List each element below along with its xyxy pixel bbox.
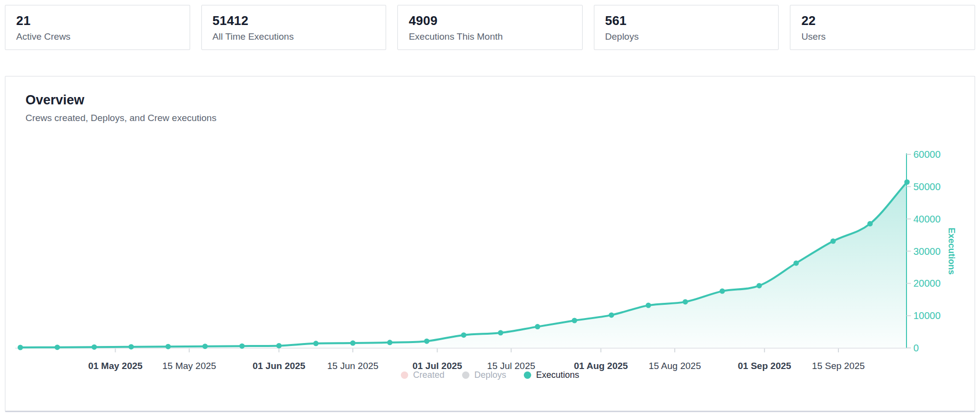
- y-tick-label: 60000: [913, 149, 941, 160]
- data-point: [793, 260, 799, 266]
- legend-label: Deploys: [474, 370, 506, 380]
- x-tick-label: 01 Jun 2025: [252, 361, 305, 371]
- data-point: [831, 239, 836, 244]
- stat-value: 22: [801, 14, 975, 27]
- data-point: [128, 344, 134, 349]
- stat-label: Deploys: [605, 31, 779, 42]
- y-tick-label: 40000: [913, 214, 941, 224]
- y-axis-title: Executions: [947, 227, 956, 274]
- x-tick-label: 01 Aug 2025: [574, 361, 628, 371]
- data-point: [276, 343, 282, 348]
- stat-value: 51412: [213, 14, 386, 27]
- data-point: [387, 340, 392, 345]
- overview-panel: Overview Crews created, Deploys, and Cre…: [5, 76, 975, 412]
- deploys-series-swatch-icon: [462, 371, 469, 379]
- data-point: [350, 341, 356, 346]
- data-point: [609, 312, 614, 318]
- data-point: [535, 324, 540, 329]
- stat-card-users: 22 Users: [790, 5, 975, 50]
- data-point: [202, 344, 208, 349]
- x-tick-label: 01 Jul 2025: [413, 361, 463, 371]
- data-point: [905, 179, 910, 185]
- executions-area: [21, 182, 907, 348]
- data-point: [239, 344, 245, 349]
- data-point: [572, 318, 577, 323]
- y-tick-label: 20000: [913, 278, 941, 289]
- data-point: [683, 299, 688, 304]
- x-tick-label: 01 May 2025: [88, 361, 143, 371]
- stat-value: 4909: [409, 14, 582, 27]
- data-point: [498, 330, 503, 336]
- y-tick-label: 30000: [913, 246, 941, 257]
- stat-label: All Time Executions: [213, 31, 386, 42]
- stats-row: 21 Active Crews 51412 All Time Execution…: [0, 0, 980, 50]
- x-tick-label: 15 Jun 2025: [327, 361, 379, 371]
- data-point: [54, 345, 60, 350]
- stat-value: 561: [605, 14, 779, 27]
- stat-label: Executions This Month: [409, 31, 582, 42]
- x-tick-label: 15 Jul 2025: [487, 361, 535, 371]
- created-series-swatch-icon: [401, 371, 408, 379]
- stat-card-active-crews: 21 Active Crews: [5, 5, 190, 50]
- data-point: [166, 344, 171, 349]
- x-tick-label: 15 May 2025: [162, 361, 216, 371]
- executions-series-swatch-icon: [524, 371, 531, 379]
- data-point: [757, 283, 762, 288]
- panel-subtitle: Crews created, Deploys, and Crew executi…: [25, 113, 217, 123]
- data-point: [720, 289, 725, 294]
- panel-title: Overview: [25, 93, 217, 108]
- legend-label: Executions: [536, 370, 579, 380]
- legend-label: Created: [413, 370, 444, 380]
- y-tick-label: 0: [913, 343, 919, 353]
- stat-label: Users: [801, 31, 975, 42]
- legend-item-deploys[interactable]: Deploys: [462, 370, 506, 380]
- executions-area-chart: 01 May 202515 May 202501 Jun 202515 Jun …: [5, 76, 975, 410]
- stat-card-executions-this-month: 4909 Executions This Month: [397, 5, 583, 50]
- y-tick-label: 10000: [913, 310, 941, 321]
- data-point: [461, 332, 466, 338]
- data-point: [867, 221, 873, 226]
- x-tick-label: 15 Sep 2025: [812, 361, 865, 371]
- stat-card-all-time-executions: 51412 All Time Executions: [201, 5, 387, 50]
- data-point: [18, 345, 23, 350]
- stat-value: 21: [16, 14, 190, 27]
- y-tick-label: 50000: [913, 181, 941, 192]
- data-point: [92, 345, 97, 350]
- data-point: [313, 341, 318, 346]
- stat-label: Active Crews: [16, 31, 190, 42]
- chart-legend: Created Deploys Executions: [5, 370, 975, 380]
- panel-header: Overview Crews created, Deploys, and Cre…: [25, 93, 217, 123]
- stat-card-deploys: 561 Deploys: [594, 5, 779, 50]
- data-point: [646, 303, 651, 308]
- x-tick-label: 15 Aug 2025: [649, 361, 701, 371]
- legend-item-created[interactable]: Created: [401, 370, 444, 380]
- x-tick-label: 01 Sep 2025: [738, 361, 791, 371]
- data-point: [424, 339, 429, 344]
- legend-item-executions[interactable]: Executions: [524, 370, 579, 380]
